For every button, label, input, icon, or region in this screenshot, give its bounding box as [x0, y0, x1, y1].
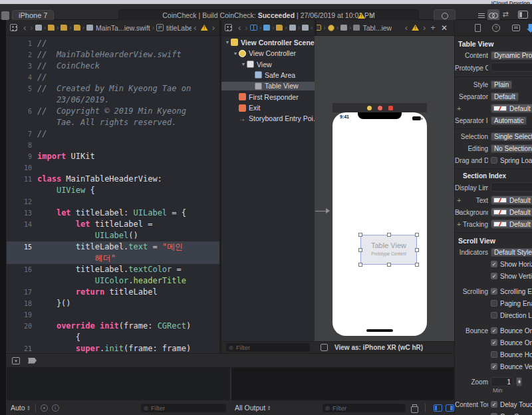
outline-item-view-controller[interactable]: ▼View Controller: [221, 49, 315, 58]
dropdown-separator-inset[interactable]: Automatic: [491, 116, 527, 125]
next-issue-chevron[interactable]: ›: [423, 23, 426, 33]
line-number[interactable]: 20: [7, 321, 37, 332]
code-line[interactable]: 6// Copyright © 2019 Min Kyeong: [7, 106, 219, 117]
outline-filter-field[interactable]: ◎ Filter: [226, 343, 310, 352]
checkbox-scrolling-enabled[interactable]: ✓: [491, 288, 497, 295]
scheme-icon[interactable]: [1, 11, 9, 20]
breakpoints-toggle-icon[interactable]: [28, 358, 37, 364]
checkbox-paging-enabled[interactable]: [491, 300, 497, 307]
dropdown-style[interactable]: Plain: [491, 80, 512, 89]
device-config-icon[interactable]: [321, 344, 328, 351]
code-line[interactable]: 헤더": [7, 253, 219, 264]
related-items-icon[interactable]: [225, 24, 232, 31]
checkbox-bounce-horizontally[interactable]: [491, 351, 497, 358]
split-icon[interactable]: [250, 25, 257, 31]
code-line[interactable]: UIView {: [7, 185, 219, 196]
line-number[interactable]: 14: [7, 219, 37, 230]
dropdown-editing[interactable]: No Selection During Editing: [491, 144, 532, 153]
line-number[interactable]: [7, 230, 37, 241]
resize-handle[interactable]: [358, 263, 362, 267]
close-editor-button[interactable]: ✕: [441, 23, 448, 33]
color-well-separator[interactable]: Default: [491, 104, 532, 113]
add-button[interactable]: +: [457, 104, 461, 112]
code-line[interactable]: 9import UIKit: [7, 151, 219, 162]
doc-gray-icon[interactable]: [289, 25, 296, 31]
clear-console-icon[interactable]: [411, 404, 418, 412]
outline-item-safe-area[interactable]: Safe Area: [221, 70, 315, 79]
code-line[interactable]: UILabel(): [7, 230, 219, 241]
doc-gray-icon[interactable]: [86, 25, 93, 31]
back-chevron[interactable]: ‹: [23, 23, 26, 33]
add-button[interactable]: +: [457, 220, 461, 228]
disclosure-triangle[interactable]: ▼: [224, 40, 231, 45]
line-number[interactable]: [7, 94, 37, 106]
code-line[interactable]: 16 titleLabel.textColor =: [7, 264, 219, 275]
variables-filter-field[interactable]: ◎ Filter: [141, 404, 226, 412]
prev-issue-chevron[interactable]: ‹: [194, 23, 196, 33]
outline-item-storyboard-entry-poi[interactable]: →Storyboard Entry Poi...: [221, 114, 315, 123]
line-number[interactable]: 4: [7, 72, 37, 83]
code-line[interactable]: 19: [7, 309, 219, 321]
variables-view[interactable]: [7, 368, 230, 400]
outline-item-view-controller-scene[interactable]: ▼View Controller Scene: [221, 38, 315, 47]
outline-item-view[interactable]: ▼View: [221, 60, 315, 69]
device-canvas[interactable]: 9:41 Table View Prototype Content: [332, 112, 427, 336]
checkbox-show-vertical-indicator[interactable]: ✓: [491, 273, 497, 279]
stepper-arrows[interactable]: [516, 377, 522, 386]
folder-icon[interactable]: [61, 25, 67, 31]
line-number[interactable]: 12: [7, 196, 37, 208]
code-line[interactable]: UIColor.headerTitle: [7, 275, 219, 287]
line-number[interactable]: [7, 185, 37, 196]
folder-icon[interactable]: [74, 25, 80, 31]
line-number[interactable]: 3: [7, 61, 37, 72]
forward-chevron[interactable]: ›: [30, 23, 33, 33]
disclosure-triangle[interactable]: ▼: [240, 62, 247, 67]
navigator-toggle-button[interactable]: [518, 11, 528, 19]
warning-icon[interactable]: [411, 24, 420, 31]
quick-help-icon[interactable]: ?: [492, 24, 500, 32]
checkbox-direction-lock-enabled[interactable]: [491, 312, 497, 319]
show-console-toggle[interactable]: [446, 404, 454, 412]
code-line[interactable]: 23/06/2019.: [7, 94, 219, 106]
code-line[interactable]: 4//: [7, 72, 219, 83]
add-editor-button[interactable]: +: [430, 23, 436, 33]
info-icon[interactable]: i: [52, 404, 59, 412]
code-line[interactable]: 20 override init(frame: CGRect): [7, 321, 219, 332]
checkbox-show-horizontal-indicator[interactable]: ✓: [491, 261, 497, 267]
code-line[interactable]: {: [7, 332, 219, 343]
sq-icon[interactable]: [340, 25, 347, 31]
color-well-text[interactable]: Default: [491, 196, 532, 205]
code-line[interactable]: 13 let titleLabel: UILabel = {: [7, 208, 219, 219]
code-line[interactable]: 7//: [7, 128, 219, 140]
resize-handle[interactable]: [415, 263, 419, 267]
text-field-display-limit[interactable]: [491, 182, 532, 192]
circ-icon[interactable]: [328, 25, 334, 31]
line-number[interactable]: 7: [7, 128, 37, 140]
checkbox-bounce-on-zoom[interactable]: ✓: [491, 339, 497, 346]
code-line[interactable]: 21 super.init(frame: frame): [7, 343, 219, 353]
related-items-icon[interactable]: [10, 24, 17, 31]
color-well-background[interactable]: Default: [491, 208, 532, 217]
resize-handle[interactable]: [387, 263, 391, 267]
console-filter-field[interactable]: ◎ Filter: [323, 404, 406, 412]
code-line[interactable]: 10: [7, 162, 219, 174]
hide-debug-area-icon[interactable]: ▾: [12, 357, 20, 364]
resize-handle[interactable]: [387, 233, 391, 237]
code-line[interactable]: 18 }(): [7, 298, 219, 309]
code-line[interactable]: 17 return titleLabel: [7, 287, 219, 298]
storyboard-entry-arrow[interactable]: [315, 208, 330, 214]
breadcrumb-titlelabel[interactable]: titleLabel: [166, 24, 192, 32]
code-line[interactable]: 8: [7, 140, 219, 151]
line-number[interactable]: 15: [7, 241, 37, 253]
resize-handle[interactable]: [358, 233, 362, 237]
text-field-prototype-cells[interactable]: [491, 63, 532, 72]
code-line[interactable]: 3// CoinCheck: [7, 61, 219, 72]
outline-item-table-view[interactable]: Table View: [221, 82, 315, 90]
code-line[interactable]: 2// MainTableHearderView.swift: [7, 49, 219, 61]
stepper-value-zoom[interactable]: 1: [491, 377, 513, 386]
dropdown-indicators[interactable]: Default Style: [491, 248, 532, 257]
doc-gray-icon[interactable]: [35, 25, 42, 31]
line-number[interactable]: 9: [7, 151, 37, 162]
checkbox-spring-loaded[interactable]: [491, 157, 497, 164]
dropdown-content[interactable]: Dynamic Prototypes: [491, 51, 532, 60]
